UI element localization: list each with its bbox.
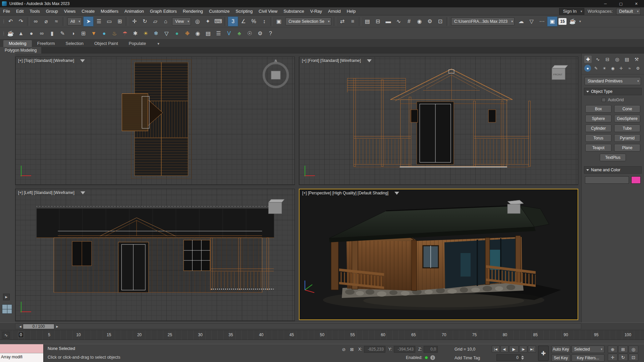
toolbar-grip[interactable]: ⋮ [1,16,5,26]
viewport-left-label[interactable]: [+] [Left] [Standard] [Wireframe] [18,190,74,195]
set-key-button[interactable]: Set Key [551,354,570,362]
autogrid-checkbox[interactable] [602,98,606,102]
key-selection-set-dropdown[interactable]: Selected [572,346,604,353]
ribbon-config-icon[interactable]: ▾ [154,42,163,47]
select-by-name-icon[interactable]: ☰ [94,16,104,26]
play-button[interactable]: ▶ [509,346,519,353]
toggle-layer-explorer-icon[interactable]: ⊟ [373,16,383,26]
next-frame-arrow[interactable]: ▶ [55,324,59,329]
separator[interactable] [359,17,361,26]
primitive-button[interactable]: Pyramid [614,134,640,142]
tree-icon[interactable]: ♣ [234,28,245,39]
menu-item[interactable]: Animation [121,7,147,15]
spinner-arrows[interactable] [521,356,524,360]
percent-snap-icon[interactable]: % [249,16,259,26]
close-button[interactable]: ✕ [629,0,644,7]
snowflake-icon[interactable]: ❄ [151,28,161,39]
toolbar-grip[interactable]: ⋮ [1,28,5,39]
material-editor-icon[interactable]: ◉ [414,16,425,26]
render-flyout-icon[interactable]: ▾ [578,16,583,26]
maximize-viewport-icon[interactable]: ⊡ [629,354,638,361]
array-icon[interactable]: ⊞ [78,28,89,39]
sheet-icon[interactable]: ▤ [203,28,213,39]
viewport-filter-icon[interactable] [80,59,85,62]
menu-item[interactable]: Substance [280,7,307,15]
minimize-button[interactable]: ─ [598,0,613,7]
sign-in-button[interactable]: Sign In [559,8,584,15]
motion-tab[interactable]: ◎ [613,56,621,63]
maxscript-mini-listener[interactable]: Array modifi [0,344,44,362]
go-to-start-button[interactable]: |◀ [492,346,500,353]
snaps-toggle-icon[interactable]: 3 [228,16,238,26]
viewport-filter-icon[interactable] [367,59,372,62]
create-tab[interactable]: ✚ [584,56,592,63]
named-selection-sets-dropdown[interactable]: Create Selection Se [285,17,331,25]
keyboard-shortcut-override-icon[interactable]: ⌨ [213,16,223,26]
y-coordinate-field[interactable]: -394,543 [394,346,415,353]
time-slider-handle[interactable]: 0 / 100 [23,324,54,329]
render-in-cloud-icon[interactable]: ☁ [516,16,526,26]
workspace-dropdown[interactable]: Default [616,8,641,15]
cylinder-icon[interactable]: ▮ [47,28,57,39]
info-icon[interactable]: i [430,355,435,360]
tab-populate[interactable]: Populate [123,40,151,47]
menu-item[interactable]: File [0,7,13,15]
menu-item[interactable]: Tools [26,7,43,15]
window-crossing-icon[interactable]: ⊞ [114,16,125,26]
primitive-button[interactable]: GeoSphere [614,115,640,122]
select-and-move-icon[interactable]: ✛ [129,16,140,26]
frame-buffer-size-badge[interactable]: 15 [558,18,566,25]
sphere-icon[interactable]: ● [26,28,37,39]
align-icon[interactable]: ≡ [347,16,358,26]
angle-snap-icon[interactable]: ∠ [238,16,249,26]
orb-icon[interactable]: ● [172,28,182,39]
spline-icon[interactable]: ✎ [57,28,68,39]
sun-icon[interactable]: ☀ [141,28,151,39]
teapot-icon[interactable]: ☕ [5,28,16,39]
globe-icon[interactable]: ☉ [245,28,255,39]
cone-icon[interactable]: ▲ [16,28,26,39]
menu-item[interactable]: Customize [206,7,232,15]
menu-item[interactable]: Views [61,7,78,15]
select-and-link-icon[interactable]: ∞ [31,16,41,26]
separator[interactable] [126,17,128,26]
viewport-layout-flyout-button[interactable]: ▶ [3,294,10,300]
funnel-tool-icon[interactable]: ▼ [89,28,99,39]
boolean-icon[interactable]: ◑ [68,28,78,39]
render-presets-icon[interactable]: ▽ [526,16,537,26]
molecule-icon[interactable]: ❉ [182,28,193,39]
primitive-button[interactable]: Cone [614,105,640,113]
tab-object-paint[interactable]: Object Paint [89,40,123,47]
settings-icon[interactable]: ⚙ [255,28,265,39]
z-coordinate-field[interactable]: 0,0 [424,346,438,353]
droplet-icon[interactable]: ● [99,28,109,39]
tab-modeling[interactable]: Modeling [3,40,32,47]
primitive-button[interactable]: Sphere [585,115,611,122]
track-bar[interactable]: ∿ 05101520253035404550556065707580859095… [0,330,644,340]
polygon-modeling-panel[interactable]: Polygon Modeling [0,47,41,54]
primitive-category-dropdown[interactable]: Standard Primitives [585,77,641,85]
select-and-rotate-icon[interactable]: ↻ [140,16,150,26]
cameras-subtab[interactable]: ◉ [609,65,616,72]
key-filters-button[interactable]: Key Filters... [572,354,604,362]
reference-coordinate-dropdown[interactable]: View [172,17,191,25]
name-and-color-rollout[interactable]: Name and Color [584,166,642,174]
undo-icon[interactable]: ↶ [5,16,16,26]
spray-icon[interactable]: ✱ [130,28,141,39]
previous-frame-arrow[interactable]: ◀ [18,324,22,329]
project-folder-dropdown[interactable]: C:\Users\FRA...3ds Max 2023 [451,17,515,25]
menu-item[interactable]: Arnold [325,7,344,15]
curve-editor-icon[interactable]: ∿ [393,16,404,26]
toggle-ribbon-icon[interactable]: ▬ [383,16,393,26]
isolate-selection-icon[interactable]: ⊘ [340,346,347,353]
primitive-button[interactable]: Tube [614,125,640,132]
auto-key-button[interactable]: Auto Key [551,346,570,353]
zoom-icon[interactable]: ⊕ [608,346,618,353]
batch-render-icon[interactable]: ⋯ [537,16,547,26]
object-name-input[interactable] [585,176,629,184]
use-pivot-center-icon[interactable]: ◎ [192,16,203,26]
systems-subtab[interactable]: ⚙ [635,65,641,72]
separator[interactable] [270,17,273,26]
object-color-swatch[interactable] [631,176,641,184]
schematic-view-icon[interactable]: # [404,16,414,26]
